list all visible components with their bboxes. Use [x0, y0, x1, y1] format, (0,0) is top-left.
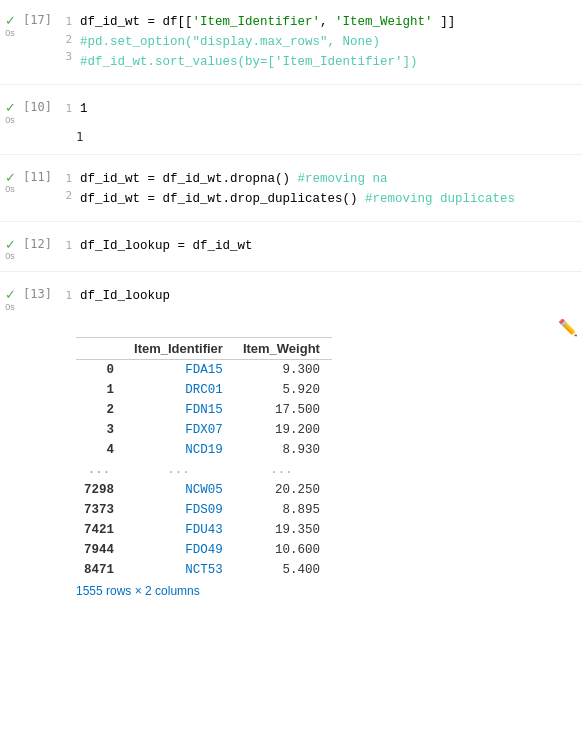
cell-10-output-value: 1: [76, 127, 84, 146]
check-icon-17: ✓: [5, 13, 16, 29]
wand-icon[interactable]: ✏️: [558, 318, 578, 337]
table-cell-item-id: ...: [126, 460, 235, 480]
table-cell-item-id: FDX07: [126, 420, 235, 440]
table-cell-weight: 10.600: [235, 540, 332, 560]
cell-17: ✓ 0s [17] 1 2 3 df_id_wt = df[['Item_Ide…: [0, 0, 582, 82]
cell-17-number: [17]: [20, 10, 58, 27]
table-cell-item-id: NCT53: [126, 560, 235, 580]
table-row: 7944FDO4910.600: [76, 540, 332, 560]
df-body: 0FDA159.3001DRC015.9202FDN1517.5003FDX07…: [76, 359, 332, 580]
cell-10-number: [10]: [20, 97, 58, 114]
cell-12-time: 0s: [5, 252, 15, 261]
cell-10-status: ✓ 0s: [0, 97, 20, 125]
cell-17-row: ✓ 0s [17] 1 2 3 df_id_wt = df[['Item_Ide…: [0, 6, 582, 78]
table-cell-index: 3: [76, 420, 126, 440]
table-cell-weight: 17.500: [235, 400, 332, 420]
df-header-row: Item_Identifier Item_Weight: [76, 337, 332, 359]
table-cell-weight: ...: [235, 460, 332, 480]
check-icon-11: ✓: [5, 170, 16, 186]
table-row: 2FDN1517.500: [76, 400, 332, 420]
cell-10-line-nums: 1: [58, 97, 76, 118]
table-cell-index: 4: [76, 440, 126, 460]
cell-13-row: ✓ 0s [13] 1 df_Id_lookup: [0, 280, 582, 316]
cell-11: ✓ 0s [11] 1 2 df_id_wt = df_id_wt.dropna…: [0, 157, 582, 219]
cell-11-line-nums: 1 2: [58, 167, 76, 205]
cell-10-row: ✓ 0s [10] 1 1: [0, 93, 582, 129]
table-cell-index: 7944: [76, 540, 126, 560]
table-cell-item-id: FDO49: [126, 540, 235, 560]
cell-17-code[interactable]: df_id_wt = df[['Item_Identifier', 'Item_…: [76, 10, 582, 74]
table-cell-item-id: FDA15: [126, 359, 235, 380]
cell-12-line-nums: 1: [58, 234, 76, 255]
table-cell-item-id: FDN15: [126, 400, 235, 420]
table-cell-weight: 19.200: [235, 420, 332, 440]
table-row: .........: [76, 460, 332, 480]
table-row: 0FDA159.300: [76, 359, 332, 380]
separator-3: [0, 221, 582, 222]
cell-10: ✓ 0s [10] 1 1 1: [0, 87, 582, 152]
df-header-item-identifier: Item_Identifier: [126, 337, 235, 359]
table-cell-index: 1: [76, 380, 126, 400]
cell-11-status: ✓ 0s: [0, 167, 20, 195]
cell-17-line-nums: 1 2 3: [58, 10, 76, 66]
table-cell-index: 0: [76, 359, 126, 380]
table-cell-item-id: NCD19: [126, 440, 235, 460]
notebook: ✓ 0s [17] 1 2 3 df_id_wt = df[['Item_Ide…: [0, 0, 582, 608]
cell-17-time: 0s: [5, 29, 15, 38]
cell-10-code[interactable]: 1: [76, 97, 582, 121]
table-cell-index: 7421: [76, 520, 126, 540]
cell-13-code[interactable]: df_Id_lookup: [76, 284, 582, 308]
dataframe-output: ✏️ Item_Identifier Item_Weight 0FDA159.3…: [76, 318, 582, 598]
check-icon-12: ✓: [5, 237, 16, 253]
table-cell-weight: 8.895: [235, 500, 332, 520]
cell-12-row: ✓ 0s [12] 1 df_Id_lookup = df_id_wt: [0, 230, 582, 266]
df-table: Item_Identifier Item_Weight 0FDA159.3001…: [76, 337, 332, 580]
cell-13-time: 0s: [5, 303, 15, 312]
table-cell-weight: 20.250: [235, 480, 332, 500]
separator-1: [0, 84, 582, 85]
cell-12: ✓ 0s [12] 1 df_Id_lookup = df_id_wt: [0, 224, 582, 270]
cell-13-number: [13]: [20, 284, 58, 301]
cell-12-code[interactable]: df_Id_lookup = df_id_wt: [76, 234, 582, 258]
cell-11-time: 0s: [5, 185, 15, 194]
cell-10-output: 1: [76, 129, 582, 144]
table-cell-index: 8471: [76, 560, 126, 580]
separator-2: [0, 154, 582, 155]
table-cell-index: 7298: [76, 480, 126, 500]
table-cell-index: ...: [76, 460, 126, 480]
table-row: 1DRC015.920: [76, 380, 332, 400]
table-cell-item-id: DRC01: [126, 380, 235, 400]
cell-13-line-nums: 1: [58, 284, 76, 305]
cell-12-status: ✓ 0s: [0, 234, 20, 262]
table-cell-weight: 8.930: [235, 440, 332, 460]
df-header-item-weight: Item_Weight: [235, 337, 332, 359]
table-cell-index: 7373: [76, 500, 126, 520]
table-cell-item-id: FDU43: [126, 520, 235, 540]
table-row: 7298NCW0520.250: [76, 480, 332, 500]
cell-10-time: 0s: [5, 116, 15, 125]
cell-17-status: ✓ 0s: [0, 10, 20, 38]
cell-11-code[interactable]: df_id_wt = df_id_wt.dropna() #removing n…: [76, 167, 582, 211]
table-cell-weight: 5.400: [235, 560, 332, 580]
df-footer: 1555 rows × 2 columns: [76, 584, 582, 598]
cell-11-number: [11]: [20, 167, 58, 184]
df-header-index: [76, 337, 126, 359]
table-cell-item-id: FDS09: [126, 500, 235, 520]
table-cell-weight: 5.920: [235, 380, 332, 400]
table-cell-weight: 9.300: [235, 359, 332, 380]
cell-13-status: ✓ 0s: [0, 284, 20, 312]
table-cell-item-id: NCW05: [126, 480, 235, 500]
table-row: 3FDX0719.200: [76, 420, 332, 440]
check-icon-10: ✓: [5, 100, 16, 116]
table-row: 7373FDS098.895: [76, 500, 332, 520]
separator-4: [0, 271, 582, 272]
table-row: 8471NCT535.400: [76, 560, 332, 580]
cell-12-number: [12]: [20, 234, 58, 251]
table-row: 7421FDU4319.350: [76, 520, 332, 540]
cell-13: ✓ 0s [13] 1 df_Id_lookup ✏️ Item_Identif…: [0, 274, 582, 608]
table-row: 4NCD198.930: [76, 440, 332, 460]
df-table-toolbar: ✏️: [76, 318, 582, 337]
table-cell-weight: 19.350: [235, 520, 332, 540]
table-cell-index: 2: [76, 400, 126, 420]
cell-11-row: ✓ 0s [11] 1 2 df_id_wt = df_id_wt.dropna…: [0, 163, 582, 215]
